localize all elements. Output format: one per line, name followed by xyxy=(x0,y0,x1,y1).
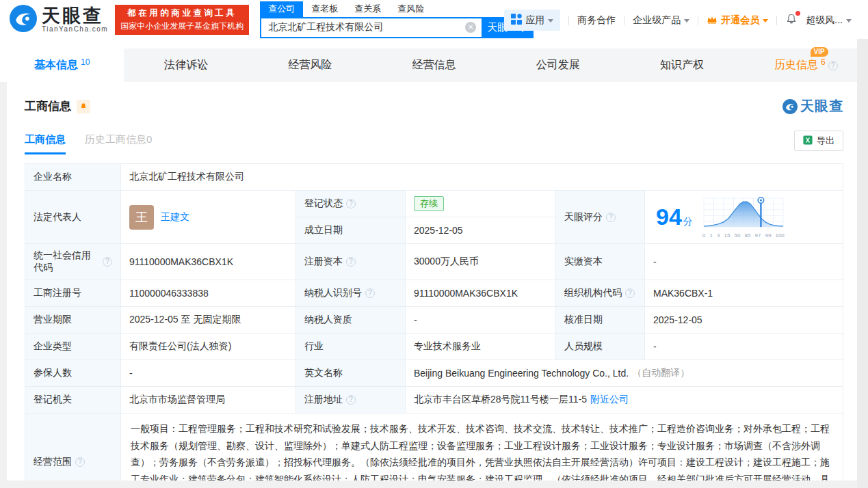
field-label: 成立日期 xyxy=(296,217,406,244)
score-axis-labels: 0131550859799100 xyxy=(702,232,785,239)
score-distribution-chart: 0131550859799100 xyxy=(702,195,785,239)
field-label: 企业类型 xyxy=(25,334,121,360)
legal-rep-link[interactable]: 王建文 xyxy=(161,211,189,223)
help-icon[interactable]: ? xyxy=(625,288,635,298)
vip-badge: VIP xyxy=(811,47,828,57)
promo-badge: 都在用的商业查询工具 国家中小企业发展子基金旗下机构 xyxy=(115,5,249,35)
top-header: 天眼查 TianYanCha.com 都在用的商业查询工具 国家中小企业发展子基… xyxy=(0,0,868,39)
status-badge: 存续 xyxy=(414,196,444,211)
table-row: 企业类型 有限责任公司(法人独资) 行业 专业技术服务业 人员规模 - xyxy=(25,334,843,360)
field-label: 天眼评分? xyxy=(556,191,645,244)
field-label: 核准日期 xyxy=(556,307,645,334)
page-gutter xyxy=(0,82,7,488)
business-scope-value: 一般项目：工程管理服务；工程和技术研究和试验发展；技术服务、技术开发、技术咨询、… xyxy=(121,414,843,488)
table-row: 营业期限 2025-12-05 至 无固定期限 纳税人资质 - 核准日期 202… xyxy=(25,307,843,334)
legal-rep-cell: 王 王建文 xyxy=(121,191,296,244)
field-label: 参保人数 xyxy=(25,360,121,387)
field-label: 企业名称 xyxy=(25,164,121,191)
nearby-companies-link[interactable]: 附近公司 xyxy=(590,394,629,406)
crown-icon xyxy=(707,14,718,26)
approval-date-value: 2025-12-05 xyxy=(645,307,843,334)
search-tab-risk[interactable]: 查风险 xyxy=(389,1,432,17)
tyc-score-cell: 94分 0131550859799100 xyxy=(645,191,843,244)
search-tab-company[interactable]: 查公司 xyxy=(260,1,303,17)
auto-translate-note: （自动翻译） xyxy=(632,367,689,379)
tianyancha-logo[interactable]: 天眼查 TianYanCha.com xyxy=(10,5,108,35)
paid-capital-value: - xyxy=(645,244,843,280)
field-label: 注册资本? xyxy=(296,244,406,280)
section-title: 工商信息 xyxy=(25,98,71,114)
brand-name: 天眼查 xyxy=(42,6,108,25)
search-tab-relation[interactable]: 查关系 xyxy=(346,1,389,17)
help-icon[interactable]: ? xyxy=(365,288,375,298)
field-label: 营业期限 xyxy=(25,307,121,334)
divider xyxy=(698,16,698,25)
subscribe-bell-icon[interactable] xyxy=(77,100,90,113)
tab-company-development[interactable]: 公司发展 xyxy=(496,49,620,82)
insured-count-value: - xyxy=(121,360,296,387)
field-label: 纳税人识别号? xyxy=(296,280,406,307)
help-icon[interactable]: ? xyxy=(606,213,616,222)
enterprise-product-menu[interactable]: 企业级产品 xyxy=(633,14,689,27)
subtab-history-business-info[interactable]: 历史工商信息0 xyxy=(85,133,152,154)
business-info-table: 企业名称 北京北矿工程技术有限公司 法定代表人 王 王建文 登记状态? 存续 成… xyxy=(25,163,843,488)
field-label: 注册地址? xyxy=(296,387,406,414)
company-name-value: 北京北矿工程技术有限公司 xyxy=(121,164,843,191)
tianyancha-logo-icon xyxy=(10,5,37,35)
clear-input-icon[interactable]: ✕ xyxy=(465,22,476,33)
field-label: 英文名称 xyxy=(296,360,406,387)
reg-capital-value: 30000万人民币 xyxy=(406,244,556,280)
help-icon[interactable]: ? xyxy=(346,199,356,208)
header-menu: 应用 商务合作 企业级产品 开通会员 xyxy=(504,10,852,31)
org-code-value: MAK36CBX-1 xyxy=(645,280,843,307)
search-tabs: 查公司 查老板 查关系 查风险 xyxy=(260,1,534,17)
tab-legal-litigation[interactable]: 法律诉讼 xyxy=(124,49,248,82)
field-label: 工商注册号 xyxy=(25,280,121,307)
business-info-card: 工商信息 天眼查 工商信息 历史工商信息0 导出 企业名称 北京 xyxy=(7,82,861,488)
export-button[interactable]: 导出 xyxy=(794,131,843,151)
reg-authority-value: 北京市市场监督管理局 xyxy=(121,387,296,414)
tab-basic-info[interactable]: 基本信息10 xyxy=(0,49,124,82)
tab-history-info[interactable]: 历史信息 6 ? VIP xyxy=(744,49,868,82)
establish-date-value: 2025-12-05 xyxy=(406,217,556,244)
table-row: 统一社会信用代码? 91110000MAK36CBX1K 注册资本? 30000… xyxy=(25,244,843,280)
super-risk-menu[interactable]: 超级风... xyxy=(806,14,852,27)
field-label: 组织机构代码? xyxy=(556,280,645,307)
company-nav-tabs: 基本信息10 法律诉讼 经营风险 经营信息 公司发展 知识产权 历史信息 6 ?… xyxy=(0,49,868,82)
notification-bell-icon[interactable] xyxy=(785,13,798,27)
subtab-business-info[interactable]: 工商信息 xyxy=(25,133,66,154)
staff-size-value: - xyxy=(645,334,843,360)
business-cooperation-menu[interactable]: 商务合作 xyxy=(577,14,616,27)
tab-intellectual-property[interactable]: 知识产权 xyxy=(620,49,744,82)
page-gutter xyxy=(0,480,857,488)
tab-operation-info[interactable]: 经营信息 xyxy=(372,49,496,82)
search-input[interactable] xyxy=(260,17,482,38)
brand-domain: TianYanCha.com xyxy=(42,25,108,33)
field-label: 人员规模 xyxy=(556,334,645,360)
field-label: 实缴资本 xyxy=(556,244,645,280)
chevron-down-icon xyxy=(763,19,768,23)
industry-value: 专业技术服务业 xyxy=(406,334,556,360)
help-icon[interactable]: ? xyxy=(346,395,356,405)
company-type-value: 有限责任公司(法人独资) xyxy=(121,334,296,360)
taxpayer-id-value: 91110000MAK36CBX1K xyxy=(406,280,556,307)
vertical-scrollbar[interactable] xyxy=(857,39,868,488)
help-icon[interactable]: ? xyxy=(828,61,838,70)
table-row: 参保人数 - 英文名称 Beijing Beikuang Engineering… xyxy=(25,360,843,387)
table-row: 经营范围? 一般项目：工程管理服务；工程和技术研究和试验发展；技术服务、技术开发… xyxy=(25,414,843,488)
table-row: 企业名称 北京北矿工程技术有限公司 xyxy=(25,164,843,191)
chevron-down-icon xyxy=(548,19,553,23)
table-row: 工商注册号 110000046333838 纳税人识别号? 91110000MA… xyxy=(25,280,843,307)
table-row: 法定代表人 王 王建文 登记状态? 存续 成立日期 2025-12-05 天眼评… xyxy=(25,191,843,244)
apps-menu[interactable]: 应用 xyxy=(504,10,560,31)
excel-icon xyxy=(803,135,813,147)
nested-fields: 登记状态? 存续 成立日期 2025-12-05 xyxy=(296,191,556,244)
search-tab-boss[interactable]: 查老板 xyxy=(303,1,346,17)
help-icon[interactable]: ? xyxy=(75,457,85,467)
reg-status-value: 存续 xyxy=(406,191,556,217)
help-icon[interactable]: ? xyxy=(346,257,356,267)
help-icon[interactable]: ? xyxy=(103,257,112,267)
tab-operation-risk[interactable]: 经营风险 xyxy=(248,49,372,82)
business-term-value: 2025-12-05 至 无固定期限 xyxy=(121,307,296,334)
open-vip-menu[interactable]: 开通会员 xyxy=(707,14,768,27)
